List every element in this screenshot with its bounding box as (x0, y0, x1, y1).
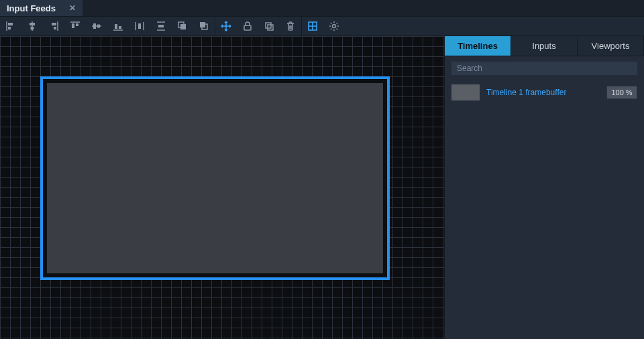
align-center-h-button[interactable] (21, 16, 43, 36)
settings-button[interactable] (323, 16, 345, 36)
align-left-button[interactable] (0, 16, 21, 36)
svg-rect-30 (268, 25, 273, 30)
search-input[interactable] (451, 62, 637, 75)
svg-rect-28 (244, 25, 251, 30)
tab-input-feeds[interactable]: Input Feeds ✕ (0, 0, 83, 16)
distribute-v-button[interactable] (150, 16, 172, 36)
canvas-grid[interactable] (0, 36, 445, 339)
svg-rect-17 (119, 26, 121, 29)
svg-rect-20 (138, 23, 141, 29)
svg-rect-23 (158, 25, 164, 27)
svg-rect-13 (93, 23, 96, 29)
item-label: Timeline 1 framebuffer (486, 88, 600, 97)
list-item[interactable]: Timeline 1 framebuffer 100 % (445, 80, 644, 105)
lock-button[interactable] (237, 16, 258, 36)
svg-rect-16 (115, 24, 117, 29)
svg-rect-11 (76, 23, 78, 26)
tab-label: Viewports (592, 41, 630, 51)
svg-rect-4 (30, 23, 35, 25)
document-tabstrip: Input Feeds ✕ (0, 0, 644, 16)
thumbnail (451, 84, 480, 100)
send-backward-button[interactable] (193, 16, 215, 36)
side-tabstrip: Timelines Inputs Viewports (445, 36, 644, 56)
tab-label: Input Feeds (7, 3, 56, 13)
svg-point-34 (333, 25, 336, 28)
duplicate-button[interactable] (258, 16, 280, 36)
svg-rect-14 (97, 25, 100, 28)
tab-label: Timelines (458, 41, 498, 51)
svg-rect-24 (180, 24, 186, 29)
opacity-value[interactable]: 100 % (606, 86, 637, 99)
svg-rect-1 (8, 23, 13, 25)
selected-frame[interactable] (40, 76, 390, 280)
tab-inputs[interactable]: Inputs (511, 36, 578, 56)
svg-rect-5 (31, 27, 34, 29)
svg-rect-27 (200, 22, 205, 27)
side-panel: Timelines Inputs Viewports Timeline 1 fr… (445, 36, 644, 339)
tab-viewports[interactable]: Viewports (578, 36, 644, 56)
grid-toggle-button[interactable] (302, 16, 323, 36)
move-tool-button[interactable] (215, 16, 237, 36)
close-icon[interactable]: ✕ (69, 3, 76, 13)
svg-rect-29 (266, 23, 271, 28)
svg-rect-7 (52, 23, 56, 25)
align-top-button[interactable] (64, 16, 86, 36)
distribute-h-button[interactable] (129, 16, 150, 36)
delete-button[interactable] (280, 16, 301, 36)
align-middle-v-button[interactable] (86, 16, 107, 36)
tab-label: Inputs (532, 41, 555, 51)
svg-rect-2 (8, 27, 11, 29)
svg-rect-10 (72, 23, 74, 28)
align-right-button[interactable] (43, 16, 64, 36)
align-bottom-button[interactable] (107, 16, 129, 36)
svg-rect-8 (54, 27, 56, 29)
toolbar (0, 16, 644, 36)
tab-timelines[interactable]: Timelines (445, 36, 511, 56)
bring-forward-button[interactable] (172, 16, 193, 36)
